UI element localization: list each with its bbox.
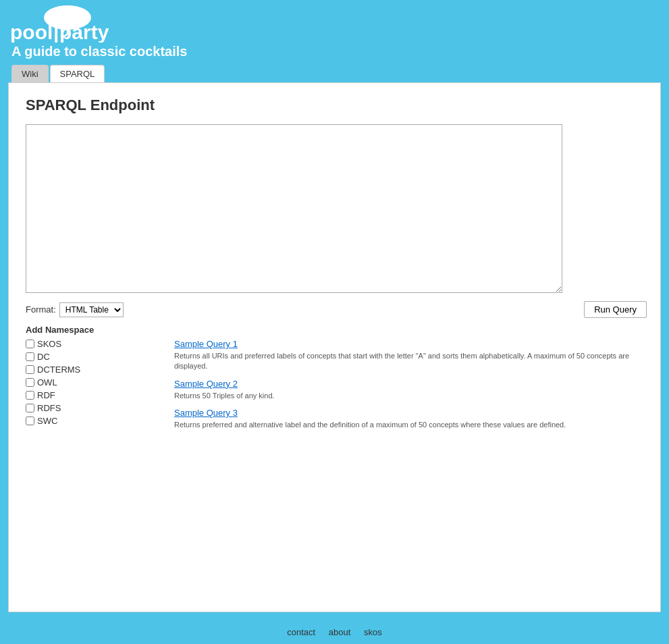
namespace-label-owl: OWL	[37, 377, 57, 387]
namespace-item-dc: DC	[26, 352, 147, 362]
svg-text:|: |	[53, 21, 59, 43]
namespace-checkbox-owl[interactable]	[26, 378, 34, 387]
namespace-item-skos: SKOS	[26, 339, 147, 349]
logo-svg: pool | party	[10, 5, 125, 43]
page-heading: SPARQL Endpoint	[26, 97, 643, 114]
namespace-checkbox-rdf[interactable]	[26, 391, 34, 400]
footer-about-link[interactable]: about	[329, 627, 351, 637]
namespace-checkbox-swc[interactable]	[26, 417, 34, 425]
namespace-checkbox-dc[interactable]	[26, 352, 34, 361]
namespace-label-rdf: RDF	[37, 390, 55, 400]
two-columns: SKOS DC DCTERMS OWL RDF RDFS	[26, 339, 643, 437]
namespace-item-dcterms: DCTERMS	[26, 365, 147, 375]
namespace-checkbox-skos[interactable]	[26, 340, 34, 348]
logo-area: pool | party	[10, 7, 659, 41]
footer-contact-link[interactable]: contact	[287, 627, 315, 637]
namespace-checkbox-rdfs[interactable]	[26, 404, 34, 412]
format-select[interactable]: HTML Table JSON XML CSV	[59, 302, 124, 317]
footer-skos-link[interactable]: skos	[364, 627, 382, 637]
main-content: SPARQL Endpoint Format: HTML Table JSON …	[8, 82, 661, 612]
site-title: A guide to classic cocktails	[10, 44, 659, 59]
svg-text:party: party	[59, 21, 109, 43]
header: pool | party A guide to classic cocktail…	[0, 0, 669, 82]
sample-query-3-link[interactable]: Sample Query 3	[174, 408, 643, 418]
namespace-label-dc: DC	[37, 352, 50, 362]
namespace-item-owl: OWL	[26, 377, 147, 387]
footer: contact about skos	[0, 620, 669, 644]
svg-text:pool: pool	[10, 21, 53, 43]
namespace-item-rdf: RDF	[26, 390, 147, 400]
namespace-label-rdfs: RDFS	[37, 403, 61, 413]
format-label: Format:	[26, 304, 56, 315]
tab-wiki[interactable]: Wiki	[11, 65, 49, 82]
namespace-item-rdfs: RDFS	[26, 403, 147, 413]
sample-query-2-link[interactable]: Sample Query 2	[174, 379, 643, 389]
namespace-item-swc: SWC	[26, 416, 147, 426]
namespace-label-swc: SWC	[37, 416, 57, 426]
sample-query-1-link[interactable]: Sample Query 1	[174, 339, 643, 349]
queries-column: Sample Query 1 Returns all URIs and pref…	[174, 339, 643, 437]
sample-query-3-desc: Returns preferred and alternative label …	[174, 420, 643, 430]
sample-query-1-desc: Returns all URIs and preferred labels of…	[174, 351, 643, 372]
namespace-checkbox-dcterms[interactable]	[26, 365, 34, 374]
add-namespace-label: Add Namespace	[26, 325, 643, 335]
tabs-container: Wiki SPARQL	[11, 65, 659, 82]
sample-query-2-desc: Returns 50 Triples of any kind.	[174, 391, 643, 401]
namespace-label-skos: SKOS	[37, 339, 61, 349]
format-left: Format: HTML Table JSON XML CSV	[26, 302, 124, 317]
run-query-button[interactable]: Run Query	[584, 301, 647, 318]
format-row: Format: HTML Table JSON XML CSV Run Quer…	[26, 301, 647, 318]
namespace-column: SKOS DC DCTERMS OWL RDF RDFS	[26, 339, 147, 429]
tab-sparql[interactable]: SPARQL	[50, 65, 105, 82]
sparql-query-input[interactable]	[26, 124, 562, 293]
namespace-label-dcterms: DCTERMS	[37, 365, 80, 375]
